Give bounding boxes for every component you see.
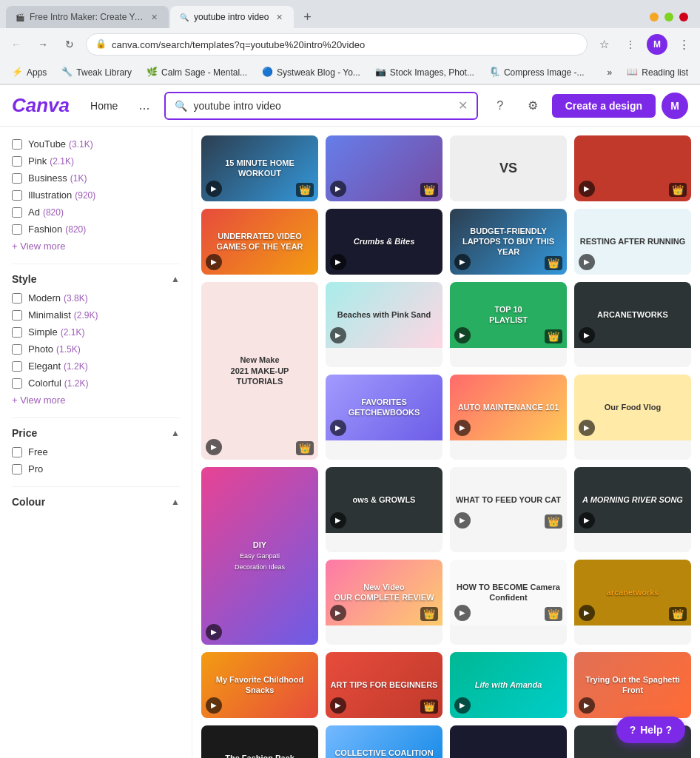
template-card-25[interactable]: Life with Amanda ▶ <box>450 652 567 718</box>
play-btn-16[interactable]: ▶ <box>206 624 222 640</box>
bookmark-tweak[interactable]: 🔧 Tweak Library <box>55 63 138 82</box>
play-btn-13[interactable]: ▶ <box>330 420 346 436</box>
template-card-28[interactable]: COLLECTIVE COALITION PARTY DEBATE ▶ <box>326 725 442 758</box>
play-btn-19[interactable]: ▶ <box>579 512 595 529</box>
search-input[interactable] <box>193 100 451 112</box>
filter-pro-checkbox[interactable] <box>12 464 22 474</box>
tab2-close[interactable]: ✕ <box>273 11 285 23</box>
play-btn-20[interactable]: ▶ <box>330 605 346 621</box>
address-input[interactable]: 🔒 canva.com/search/templates?q=youtube%2… <box>86 33 588 56</box>
filter-modern-checkbox[interactable] <box>12 293 22 303</box>
filter-youtube[interactable]: YouTube (3.1K) <box>12 138 180 150</box>
filter-photo[interactable]: Photo (1.5K) <box>12 343 180 355</box>
play-btn-9[interactable]: ▶ <box>206 439 222 455</box>
play-btn-14[interactable]: ▶ <box>454 420 471 436</box>
create-design-button[interactable]: Create a design <box>552 94 656 118</box>
tab1-close[interactable]: ✕ <box>148 11 160 23</box>
filter-business-checkbox[interactable] <box>12 173 22 184</box>
play-btn-2[interactable]: ▶ <box>330 181 346 197</box>
tab-2[interactable]: 🔍 youtube intro video ✕ <box>170 6 294 28</box>
template-card-16[interactable]: DIYEasy GanpatiDecoration Ideas ▶ <box>201 467 318 645</box>
play-btn-8[interactable]: ▶ <box>579 254 595 270</box>
play-btn-5[interactable]: ▶ <box>206 254 222 270</box>
template-card-14[interactable]: AUTO MAINTENANCE 101 ▶ <box>450 375 567 460</box>
template-card-3[interactable]: VS <box>450 135 567 201</box>
play-btn-22[interactable]: ▶ <box>579 605 595 621</box>
canva-logo[interactable]: Canva <box>12 94 70 117</box>
extensions-button[interactable]: ⋮ <box>620 34 641 55</box>
view-more-topics[interactable]: + View more <box>12 241 180 252</box>
play-btn-26[interactable]: ▶ <box>579 697 595 714</box>
reload-button[interactable]: ↻ <box>59 34 80 55</box>
template-card-22[interactable]: arcanetworks 👑 ▶ <box>574 560 691 645</box>
template-card-13[interactable]: FAVORITES GETCHEWBOOKS ▶ <box>326 375 442 460</box>
bookmark-star[interactable]: ☆ <box>593 34 614 55</box>
profile-button[interactable]: M <box>647 34 667 55</box>
home-nav[interactable]: Home <box>84 97 124 115</box>
template-card-15[interactable]: Our Food Vlog ▶ <box>574 375 691 460</box>
play-btn-4[interactable]: ▶ <box>579 181 595 197</box>
filter-youtube-checkbox[interactable] <box>12 139 22 150</box>
play-btn-15[interactable]: ▶ <box>579 420 595 436</box>
colour-filter-title[interactable]: Colour ▲ <box>12 496 180 508</box>
template-card-4[interactable]: 👑 ▶ <box>574 135 691 201</box>
template-card-12[interactable]: ARCANETWORKS ▶ <box>574 282 691 367</box>
template-card-27[interactable]: The Fashion Pack ▶ <box>201 725 318 758</box>
bookmark-reading[interactable]: 📖 Reading list <box>621 63 694 82</box>
template-card-17[interactable]: ows & GROWLS ▶ <box>326 467 442 552</box>
close-button[interactable] <box>679 13 688 21</box>
template-card-21[interactable]: HOW TO BECOME Camera Confident 👑 ▶ <box>450 560 567 645</box>
help-button[interactable]: ? Help ? <box>616 717 685 743</box>
play-btn-18[interactable]: ▶ <box>454 512 471 529</box>
filter-pink[interactable]: Pink (2.1K) <box>12 155 180 167</box>
template-card-8[interactable]: RESTING AFTER RUNNING ▶ <box>574 209 691 275</box>
settings-icon-btn[interactable]: ⚙ <box>519 93 546 119</box>
bookmark-compress[interactable]: 🗜️ Compress Image -... <box>483 63 590 82</box>
play-btn-12[interactable]: ▶ <box>579 327 595 343</box>
back-button[interactable]: ← <box>6 34 27 55</box>
filter-business[interactable]: Business (1K) <box>12 172 180 184</box>
filter-colorful-checkbox[interactable] <box>12 378 22 389</box>
template-card-7[interactable]: BUDGET-FRIENDLY LAPTOPS TO BUY THIS YEAR… <box>450 209 567 275</box>
filter-free[interactable]: Free <box>12 446 180 457</box>
minimize-button[interactable] <box>650 13 659 21</box>
template-card-5[interactable]: UNDERRATED VIDEO GAMES OF THE YEAR ▶ <box>201 209 318 275</box>
template-card-10[interactable]: Beaches with Pink Sand ▶ <box>326 282 442 367</box>
play-btn-10[interactable]: ▶ <box>330 327 346 343</box>
bookmark-more[interactable]: » <box>602 63 619 82</box>
template-card-2[interactable]: 👑 ▶ <box>326 135 442 201</box>
search-clear-button[interactable]: ✕ <box>458 98 468 113</box>
template-card-29[interactable]: ▶ <box>450 725 567 758</box>
filter-minimalist-checkbox[interactable] <box>12 310 22 321</box>
template-card-19[interactable]: A MORNING RIVER SONG ▶ <box>574 467 691 552</box>
filter-minimalist[interactable]: Minimalist (2.9K) <box>12 309 180 321</box>
filter-illustration[interactable]: Illustration (920) <box>12 190 180 201</box>
filter-simple-checkbox[interactable] <box>12 327 22 338</box>
template-card-11[interactable]: TOP 10PLAYLIST 👑 ▶ <box>450 282 567 367</box>
filter-elegant[interactable]: Elegant (1.2K) <box>12 360 180 372</box>
template-card-9[interactable]: New Make2021 MAKE-UPTUTORIALS 👑 ▶ <box>201 282 318 460</box>
chrome-menu-button[interactable]: ⋮ <box>673 34 694 55</box>
template-card-6[interactable]: Crumbs & Bites ▶ <box>326 209 442 275</box>
play-btn-11[interactable]: ▶ <box>454 327 471 343</box>
filter-free-checkbox[interactable] <box>12 447 22 457</box>
bookmark-apps[interactable]: ⚡ Apps <box>6 63 53 82</box>
filter-ad[interactable]: Ad (820) <box>12 207 180 218</box>
play-btn-23[interactable]: ▶ <box>206 697 222 714</box>
more-nav[interactable]: ... <box>132 95 155 116</box>
new-tab-button[interactable]: + <box>297 7 317 27</box>
filter-illustration-checkbox[interactable] <box>12 190 22 201</box>
filter-photo-checkbox[interactable] <box>12 344 22 355</box>
help-icon-btn[interactable]: ? <box>487 93 514 119</box>
filter-simple[interactable]: Simple (2.1K) <box>12 326 180 338</box>
style-filter-title[interactable]: Style ▲ <box>12 273 180 285</box>
filter-pro[interactable]: Pro <box>12 463 180 474</box>
play-btn-6[interactable]: ▶ <box>330 254 346 270</box>
view-more-styles[interactable]: + View more <box>12 395 180 406</box>
filter-ad-checkbox[interactable] <box>12 207 22 218</box>
template-card-20[interactable]: New VideoOUR COMPLETE REVIEW 👑 ▶ <box>326 560 442 645</box>
template-card-1[interactable]: 15 MINUTE HOME WORKOUT 👑 ▶ <box>201 135 318 201</box>
play-btn-17[interactable]: ▶ <box>330 512 346 529</box>
filter-elegant-checkbox[interactable] <box>12 361 22 372</box>
filter-fashion[interactable]: Fashion (820) <box>12 224 180 235</box>
